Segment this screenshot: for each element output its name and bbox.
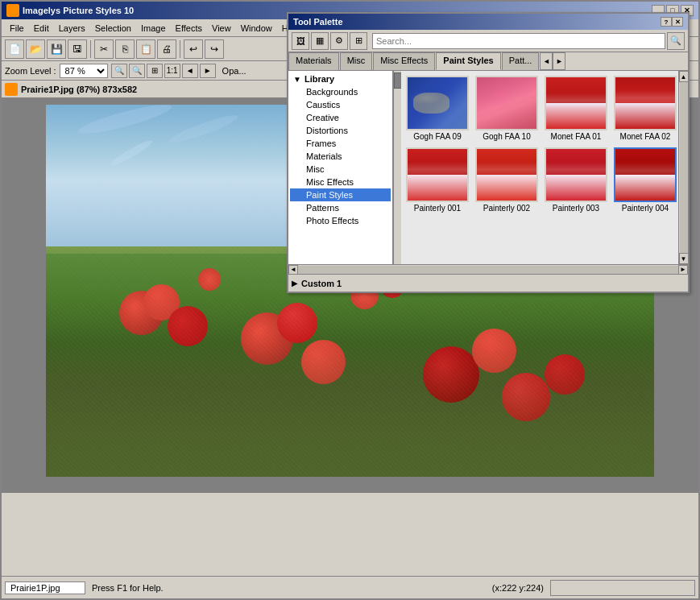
palette-toolbar: 🖼 ▦ ⚙ ⊞ 🔍 (288, 30, 688, 52)
menu-selection[interactable]: Selection (90, 22, 136, 35)
menu-view[interactable]: View (207, 22, 236, 35)
thumb-top-p003 (546, 149, 606, 175)
tree-item-distortions[interactable]: Distortions (290, 124, 391, 137)
tree-item-patterns[interactable]: Patterns (290, 201, 391, 214)
menu-image[interactable]: Image (136, 22, 171, 35)
hscroll-right-button[interactable]: ► (678, 265, 688, 275)
palette-title-bar: Tool Palette ? ✕ (288, 14, 688, 30)
thumb-img-monet02 (614, 76, 677, 130)
tree-item-frames[interactable]: Frames (290, 137, 391, 150)
tree-item-paint-styles[interactable]: Paint Styles (290, 188, 391, 201)
tab-scroll-right[interactable]: ► (553, 52, 565, 70)
palette-tool-1[interactable]: 🖼 (292, 32, 309, 50)
thumb-label-gogh10: Gogh FAA 10 (483, 132, 531, 141)
undo-button[interactable]: ↩ (184, 39, 203, 59)
thumb-label-painterly002: Painterly 002 (483, 204, 530, 213)
custom-toggle[interactable]: ▶ (292, 279, 298, 288)
thumb-top-monet01 (546, 77, 606, 103)
copy-button[interactable]: ⎘ (115, 39, 135, 59)
tab-scroll-left[interactable]: ◄ (540, 52, 553, 70)
thumb-painterly003[interactable]: Painterly 003 (543, 146, 609, 214)
library-label: Library (304, 74, 334, 84)
thumb-monet01[interactable]: Monet FAA 01 (543, 74, 609, 143)
save-as-button[interactable]: 🖫 (68, 39, 87, 59)
menu-window[interactable]: Window (236, 22, 277, 35)
thumbnail-grid: Gogh FAA 09 Gogh FAA 10 Monet FAA 01 (404, 74, 675, 214)
tab-misc[interactable]: Misc (340, 52, 373, 70)
tree-item-creative[interactable]: Creative (290, 111, 391, 124)
scroll-down-button[interactable]: ▼ (679, 253, 689, 264)
cut-button[interactable]: ✂ (94, 39, 114, 59)
tab-misc-effects[interactable]: Misc Effects (373, 52, 435, 70)
thumb-painterly004[interactable]: Painterly 004 (612, 146, 678, 214)
status-file: Prairie1P.jpg (5, 581, 85, 594)
zoom-fit-button[interactable]: ⊞ (147, 64, 163, 78)
status-coords: (x:222 y:224) (492, 583, 544, 593)
thumb-img-monet01 (545, 76, 607, 130)
paste-button[interactable]: 📋 (136, 39, 155, 59)
zoom-in-button[interactable]: 🔍 (111, 64, 127, 78)
custom-label: Custom 1 (301, 279, 342, 288)
library-header: ▼ Library (290, 72, 391, 85)
hscroll-track (298, 266, 678, 274)
thumb-label-monet01: Monet FAA 01 (551, 132, 602, 141)
zoom-out-button[interactable]: 🔍 (129, 64, 145, 78)
palette-tool-4[interactable]: ⊞ (350, 32, 367, 50)
library-scrollbar[interactable] (393, 71, 401, 264)
tool-palette-window: Tool Palette ? ✕ 🖼 ▦ ⚙ ⊞ 🔍 Materials Mis… (287, 12, 690, 293)
custom-section: ▶ Custom 1 (288, 274, 688, 292)
save-button[interactable]: 💾 (47, 39, 66, 59)
palette-tool-2[interactable]: ▦ (311, 32, 329, 50)
palette-tabs: Materials Misc Misc Effects Paint Styles… (288, 52, 688, 71)
redo-button[interactable]: ↪ (205, 39, 224, 59)
thumb-bot-monet01 (546, 103, 606, 129)
open-button[interactable]: 📂 (26, 39, 45, 59)
zoom-100-button[interactable]: 1:1 (164, 64, 180, 78)
tree-item-photo-effects[interactable]: Photo Effects (290, 214, 391, 227)
scroll-up-button[interactable]: ▲ (679, 71, 689, 82)
scroll-track (680, 82, 688, 253)
hscroll-left-button[interactable]: ◄ (288, 265, 298, 275)
library-toggle[interactable]: ▼ (293, 75, 301, 84)
tree-item-backgrounds[interactable]: Backgrounds (290, 85, 391, 98)
tab-patterns[interactable]: Patt... (502, 52, 540, 70)
new-button[interactable]: 📄 (5, 39, 24, 59)
thumb-label-painterly001: Painterly 001 (414, 204, 461, 213)
tree-item-caustics[interactable]: Caustics (290, 98, 391, 111)
thumb-img-painterly002 (475, 147, 538, 202)
zoom-prev-button[interactable]: ◄ (182, 64, 198, 78)
menu-effects[interactable]: Effects (171, 22, 207, 35)
thumb-top-monet02 (615, 77, 675, 103)
app-icon (6, 4, 19, 17)
tree-item-misc[interactable]: Misc (290, 163, 391, 176)
tree-item-misc-effects[interactable]: Misc Effects (290, 176, 391, 188)
zoom-dropdown[interactable]: 87 % 100 % 50 % (60, 64, 108, 78)
tab-paint-styles[interactable]: Paint Styles (436, 52, 500, 70)
thumb-painterly002[interactable]: Painterly 002 (474, 146, 540, 214)
palette-help-button[interactable]: ? (661, 17, 672, 27)
palette-search-input[interactable] (372, 33, 665, 49)
thumb-img-painterly003 (545, 147, 607, 202)
menu-edit[interactable]: Edit (29, 22, 54, 35)
print-button[interactable]: 🖨 (157, 39, 176, 59)
thumbnail-scrollbar[interactable]: ▲ ▼ (678, 71, 688, 264)
thumb-label-monet02: Monet FAA 02 (620, 132, 671, 141)
thumb-gogh10[interactable]: Gogh FAA 10 (474, 74, 540, 143)
palette-content: ▼ Library Backgrounds Caustics Creative … (288, 71, 688, 264)
thumb-bot-p001 (408, 175, 467, 201)
palette-close-button[interactable]: ✕ (672, 17, 683, 27)
tree-item-materials[interactable]: Materials (290, 150, 391, 163)
thumb-label-painterly004: Painterly 004 (622, 204, 669, 213)
status-help: Press F1 for Help. (92, 583, 486, 593)
poppy-13 (198, 268, 221, 291)
palette-tool-3[interactable]: ⚙ (330, 32, 348, 50)
tab-materials[interactable]: Materials (288, 52, 339, 70)
palette-search-button[interactable]: 🔍 (667, 32, 685, 50)
thumb-painterly001[interactable]: Painterly 001 (404, 146, 470, 214)
menu-layers[interactable]: Layers (54, 22, 90, 35)
menu-file[interactable]: File (5, 22, 29, 35)
thumb-gogh09[interactable]: Gogh FAA 09 (404, 74, 470, 143)
thumb-monet02[interactable]: Monet FAA 02 (612, 74, 678, 143)
thumb-bot-p002 (477, 175, 536, 201)
zoom-next-button[interactable]: ► (200, 64, 216, 78)
